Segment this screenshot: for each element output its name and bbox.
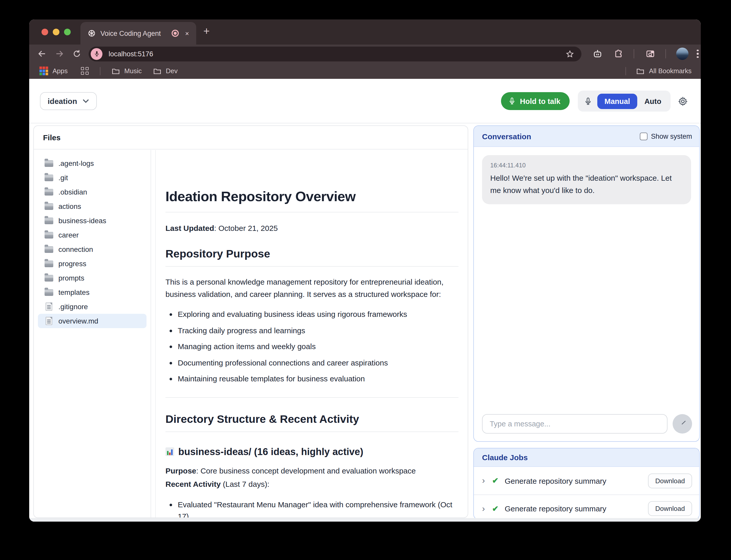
success-check-icon: ✔ (492, 476, 499, 485)
mode-manual-button[interactable]: Manual (597, 93, 637, 109)
workspace-dropdown[interactable]: ideation (40, 92, 97, 110)
reload-icon[interactable] (72, 49, 81, 58)
bookmark-folder-music[interactable]: Music (111, 67, 142, 75)
job-label: Generate repository summary (505, 476, 607, 485)
download-button[interactable]: Download (648, 501, 692, 516)
doc-purpose-paragraph: This is a personal knowledge management … (165, 276, 459, 300)
bookmark-folder-dev[interactable]: Dev (153, 67, 177, 75)
conversation-header: Conversation Show system (474, 126, 699, 147)
browser-tab[interactable]: Voice Coding Agent × (80, 22, 196, 45)
folder-icon (45, 232, 53, 238)
markdown-viewer[interactable]: Ideation Repository Overview Last Update… (155, 150, 468, 518)
folder-icon (45, 275, 53, 281)
back-icon[interactable] (37, 49, 47, 58)
bookmark-label: Dev (166, 67, 177, 75)
mic-icon (508, 97, 516, 105)
profile-avatar[interactable] (676, 48, 689, 60)
recording-indicator-icon (172, 30, 179, 37)
tree-item-label: connection (58, 245, 93, 253)
tab-groups-icon[interactable] (81, 67, 88, 75)
tree-item-obsidian[interactable]: .obsidian (38, 185, 146, 199)
address-bar[interactable]: localhost:5176 (89, 46, 581, 61)
message-input[interactable] (482, 414, 668, 434)
settings-gear-icon[interactable] (678, 96, 688, 106)
browser-menu-icon[interactable] (697, 50, 698, 58)
tree-item-label: career (58, 231, 79, 239)
tree-item-career[interactable]: career (38, 228, 146, 242)
job-label: Generate repository summary (505, 504, 607, 513)
tree-item-business-ideas[interactable]: business-ideas (38, 213, 146, 228)
site-mic-permission-icon[interactable] (91, 48, 102, 60)
tab-title: Voice Coding Agent (100, 29, 172, 37)
list-item: Tracking daily progress and learnings (178, 324, 459, 336)
tree-item-gitignore[interactable]: .gitignore (38, 299, 146, 314)
assistant-robot-icon[interactable] (593, 49, 602, 59)
send-button[interactable] (673, 414, 692, 434)
tree-item-prompts[interactable]: prompts (38, 271, 146, 285)
forward-icon[interactable] (55, 49, 64, 58)
all-bookmarks[interactable]: All Bookmarks (626, 67, 692, 75)
mode-auto-button[interactable]: Auto (642, 97, 663, 105)
tree-item-label: templates (58, 288, 89, 296)
tab-close-icon[interactable]: × (185, 29, 189, 37)
download-button[interactable]: Download (648, 473, 692, 488)
new-tab-button[interactable]: + (203, 25, 210, 37)
toolbar-divider (665, 49, 666, 58)
app-main: Files .agent-logs .git .obsidian actions… (29, 123, 701, 522)
files-panel: Files .agent-logs .git .obsidian actions… (33, 125, 468, 518)
mic-icon (584, 97, 592, 105)
tree-item-overview-md[interactable]: overview.md (38, 314, 146, 328)
side-panel-search-icon[interactable] (645, 49, 655, 59)
show-system-checkbox[interactable] (640, 132, 647, 140)
app-header: ideation Hold to talk Manual Auto (29, 79, 701, 123)
tree-item-actions[interactable]: actions (38, 199, 146, 213)
tree-item-label: overview.md (58, 317, 98, 325)
tree-item-agent-logs[interactable]: .agent-logs (38, 156, 146, 170)
tree-item-label: actions (58, 202, 81, 210)
minimize-window-button[interactable] (53, 29, 59, 35)
list-item: Managing action items and weekly goals (178, 340, 459, 352)
tree-item-label: .gitignore (58, 303, 88, 311)
apps-shortcut[interactable]: Apps (52, 67, 68, 75)
hold-to-talk-button[interactable]: Hold to talk (501, 92, 570, 110)
folder-icon (45, 217, 53, 224)
bookmarks-divider (626, 67, 626, 75)
folder-icon (45, 260, 53, 267)
all-bookmarks-label: All Bookmarks (649, 67, 692, 75)
bookmark-star-icon[interactable] (566, 49, 574, 58)
chevron-right-icon[interactable]: › (482, 503, 485, 514)
chevron-right-icon[interactable]: › (482, 476, 485, 486)
list-item: Documenting professional connections and… (178, 357, 459, 369)
folder-icon (45, 246, 53, 253)
bookmarks-bar: Apps Music Dev (29, 63, 701, 79)
tree-item-git[interactable]: .git (38, 170, 146, 185)
screenshot-stage: Voice Coding Agent × + (0, 0, 731, 560)
tree-item-connection[interactable]: connection (38, 242, 146, 256)
close-window-button[interactable] (41, 29, 48, 35)
workspace-name: ideation (48, 97, 77, 105)
conversation-panel: Conversation Show system 16:44:11.410 He… (473, 125, 700, 442)
doc-heading-structure: Directory Structure & Recent Activity (165, 413, 459, 432)
doc-purpose-list: Exploring and evaluating business ideas … (165, 308, 459, 385)
file-icon (46, 303, 52, 311)
apps-grid-icon[interactable] (39, 67, 48, 75)
doc-activity-list: Evaluated "Restaurant Menu Manager" idea… (165, 498, 459, 518)
bookmark-label: Music (124, 67, 142, 75)
tree-item-templates[interactable]: templates (38, 285, 146, 299)
doc-purpose-line: Purpose: Core business concept developme… (165, 465, 459, 477)
tree-item-progress[interactable]: progress (38, 256, 146, 271)
files-panel-title: Files (34, 126, 468, 149)
folder-icon (45, 174, 53, 181)
folder-icon (153, 67, 161, 74)
success-check-icon: ✔ (492, 504, 499, 513)
tree-item-label: prompts (58, 274, 84, 282)
zoom-window-button[interactable] (64, 29, 71, 35)
bookmarks-divider (100, 67, 100, 75)
job-row: › ✔ Generate repository summary Download (474, 494, 699, 520)
tree-item-label: progress (58, 260, 86, 268)
extensions-puzzle-icon[interactable] (614, 49, 623, 59)
openai-logo-icon (88, 29, 96, 37)
tree-item-label: business-ideas (58, 217, 106, 225)
message-timestamp: 16:44:11.410 (490, 162, 683, 169)
bottom-strip (29, 518, 701, 522)
